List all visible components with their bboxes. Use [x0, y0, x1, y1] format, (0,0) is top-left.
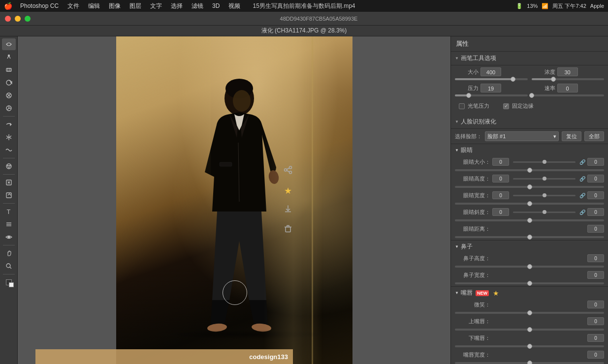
- menu-video[interactable]: 视频: [225, 1, 243, 11]
- share-icon[interactable]: [283, 165, 293, 178]
- tool-freeze[interactable]: [2, 177, 16, 188]
- menu-edit[interactable]: 编辑: [85, 1, 103, 11]
- tool-lines[interactable]: [2, 218, 16, 230]
- eye-height-slider-thumb[interactable]: [543, 177, 546, 181]
- mouth-smile-slider-thumb[interactable]: [527, 310, 532, 315]
- tool-thaw[interactable]: [2, 189, 16, 201]
- eye-tilt-lower-slider[interactable]: [455, 219, 604, 221]
- nose-width-value[interactable]: 0: [587, 271, 604, 279]
- pen-pressure-checkbox[interactable]: [459, 103, 465, 109]
- eye-size-lower-thumb[interactable]: [527, 168, 532, 173]
- eye-width-lower-thumb[interactable]: [527, 201, 532, 206]
- face-reset-button[interactable]: 复位: [562, 131, 581, 141]
- mouth-lower-value[interactable]: 0: [587, 334, 604, 342]
- face-section-header[interactable]: ▼ 人脸识别液化: [451, 115, 608, 129]
- eye-height-lower-thumb[interactable]: [527, 184, 532, 189]
- mouth-upper-value[interactable]: 0: [587, 317, 604, 325]
- eye-tilt-left-value[interactable]: 0: [492, 208, 509, 216]
- minimize-button[interactable]: [15, 16, 21, 22]
- mouth-lower-slider-thumb[interactable]: [527, 344, 532, 349]
- face-dropdown[interactable]: 脸部 #1 ▾: [485, 131, 559, 141]
- tool-pucker[interactable]: [2, 90, 16, 101]
- menu-layer[interactable]: 图层: [127, 1, 144, 11]
- speed-slider[interactable]: [532, 94, 605, 96]
- density-value[interactable]: 30: [557, 67, 578, 76]
- eye-tilt-slider-thumb[interactable]: [543, 210, 546, 214]
- eye-tilt-link-icon[interactable]: 🔗: [579, 210, 585, 215]
- apple-menu-icon[interactable]: 🍎: [4, 2, 12, 10]
- download-icon[interactable]: [283, 204, 293, 216]
- pressure-slider-thumb[interactable]: [466, 93, 471, 98]
- eye-size-left-value[interactable]: 0: [492, 158, 509, 166]
- eye-height-lower-slider[interactable]: [455, 186, 604, 188]
- eye-width-left-value[interactable]: 0: [492, 191, 509, 199]
- nose-height-value[interactable]: 0: [587, 254, 604, 262]
- pressure-value[interactable]: 19: [480, 84, 501, 92]
- tool-twirl-cw[interactable]: [2, 77, 16, 89]
- mouth-smile-slider[interactable]: [455, 312, 604, 314]
- mouth-upper-slider-thumb[interactable]: [527, 327, 532, 332]
- eye-height-slider[interactable]: [513, 178, 576, 180]
- menu-text[interactable]: 文字: [147, 1, 165, 11]
- tool-turbulence[interactable]: [2, 144, 16, 156]
- eye-width-lower-slider[interactable]: [455, 203, 604, 205]
- eye-subsection-header[interactable]: ▼ 眼睛: [451, 144, 608, 156]
- eye-size-right-value[interactable]: 0: [587, 158, 604, 166]
- mouth-width-value[interactable]: 0: [587, 351, 604, 359]
- tool-face[interactable]: [2, 160, 16, 172]
- delete-icon[interactable]: [283, 224, 293, 236]
- tool-warp[interactable]: [2, 38, 16, 50]
- eye-width-slider-thumb[interactable]: [543, 193, 546, 197]
- eye-height-link-icon[interactable]: 🔗: [579, 176, 585, 182]
- tool-bloat[interactable]: [2, 102, 16, 114]
- speed-slider-thumb[interactable]: [529, 93, 534, 98]
- density-slider-thumb[interactable]: [551, 77, 556, 82]
- mouth-width-slider[interactable]: [455, 362, 604, 364]
- tool-text[interactable]: T: [2, 206, 16, 217]
- eye-tilt-lower-thumb[interactable]: [527, 218, 532, 223]
- menu-file[interactable]: 文件: [64, 1, 82, 11]
- tool-mirror[interactable]: [2, 131, 16, 143]
- size-value[interactable]: 400: [480, 67, 501, 76]
- nose-height-slider[interactable]: [455, 266, 604, 268]
- speed-value[interactable]: 0: [557, 84, 578, 92]
- eye-size-link-icon[interactable]: 🔗: [579, 159, 585, 165]
- nose-height-slider-thumb[interactable]: [527, 264, 532, 269]
- menu-3d[interactable]: 3D: [209, 1, 223, 10]
- tool-eye[interactable]: [2, 231, 16, 243]
- menu-image[interactable]: 图像: [106, 1, 124, 11]
- mouth-upper-slider[interactable]: [455, 329, 604, 331]
- mouth-lower-slider[interactable]: [455, 345, 604, 347]
- mouth-smile-value[interactable]: 0: [587, 301, 604, 308]
- eye-tilt-right-value[interactable]: 0: [587, 208, 604, 216]
- tool-smooth[interactable]: [2, 64, 16, 76]
- size-slider-thumb[interactable]: [511, 77, 515, 82]
- eye-size-slider[interactable]: [513, 161, 576, 163]
- eye-distance-slider[interactable]: [455, 236, 604, 238]
- face-all-button[interactable]: 全部: [584, 131, 604, 141]
- tool-color-fg[interactable]: [2, 276, 16, 288]
- menu-select[interactable]: 选择: [168, 1, 186, 11]
- fixed-edge-checkbox[interactable]: ✓: [503, 103, 509, 109]
- eye-width-link-icon[interactable]: 🔗: [579, 193, 585, 198]
- canvas-area[interactable]: codesign133 ★: [18, 36, 450, 364]
- nose-subsection-header[interactable]: ▼ 鼻子: [451, 240, 608, 253]
- pressure-slider[interactable]: [455, 94, 528, 96]
- eye-size-lower-slider[interactable]: [455, 169, 604, 171]
- tool-hand[interactable]: [2, 247, 16, 259]
- eye-size-slider-thumb[interactable]: [543, 160, 546, 164]
- maximize-button[interactable]: [25, 16, 31, 22]
- menu-photoshop[interactable]: Photoshop CC: [17, 1, 62, 10]
- tool-zoom[interactable]: [2, 260, 16, 272]
- menu-filter[interactable]: 滤镜: [189, 1, 206, 11]
- eye-distance-right-value[interactable]: 0: [587, 225, 604, 233]
- nose-width-slider-thumb[interactable]: [527, 281, 532, 286]
- tool-push-left[interactable]: [2, 119, 16, 130]
- eye-distance-slider-thumb[interactable]: [527, 235, 532, 240]
- tool-reconstruct[interactable]: [2, 51, 16, 63]
- size-slider[interactable]: [455, 78, 528, 80]
- eye-height-left-value[interactable]: 0: [492, 175, 509, 182]
- eye-tilt-slider[interactable]: [513, 212, 576, 213]
- density-slider[interactable]: [532, 78, 605, 80]
- star-icon[interactable]: ★: [284, 185, 292, 196]
